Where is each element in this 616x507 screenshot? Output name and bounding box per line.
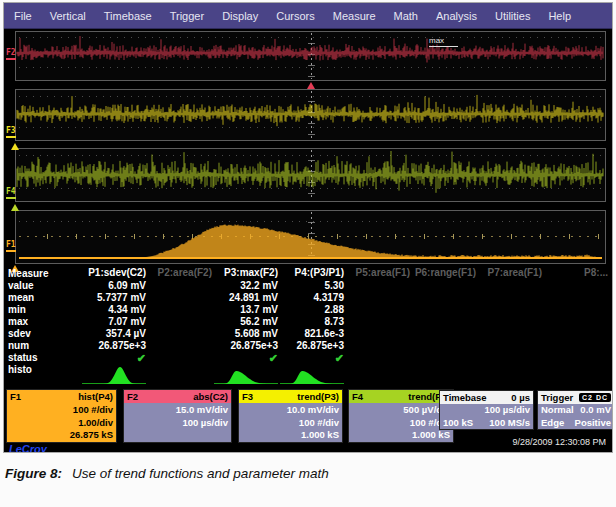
descriptor-box-f3[interactable]: F3trend(P3)10.0 mV/div100 #/div1.000 kS — [238, 389, 343, 443]
p6-sdev — [410, 328, 476, 340]
trigger-position-marker-icon[interactable] — [307, 82, 315, 89]
descriptor-settings: 500 µV/div100 #/div1.000 kS — [349, 403, 453, 442]
trace-label-f4[interactable]: F4 — [6, 188, 16, 199]
f3-waveform — [16, 90, 605, 140]
p1-histogram-sparkline — [80, 364, 146, 388]
p6-histogram-sparkline — [410, 364, 476, 388]
descriptor-settings: 15.0 mV/div100 µs/div — [124, 403, 231, 429]
p6-status-check-icon — [410, 352, 476, 364]
trigger-box[interactable]: Trigger C2 DC Normal0.0 mV EdgePositive — [537, 390, 613, 430]
p3-num: 26.875e+3 — [212, 340, 278, 352]
param-header-p2[interactable]: P2:area(F2) — [146, 267, 212, 280]
f3-level-marker-icon[interactable] — [11, 143, 19, 150]
grid-f4-trend-trace — [15, 148, 606, 202]
p8-min — [542, 304, 608, 316]
descriptor-setting-line: 1.00/div — [10, 417, 113, 430]
max-annotation: max — [429, 37, 458, 47]
descriptor-box-f1[interactable]: F1hist(P4)100 #/div1.00/div26.875 kS — [6, 389, 117, 443]
row-label-status: status — [8, 352, 80, 364]
param-header-p7[interactable]: P7:area(F1) — [476, 267, 542, 280]
menu-display[interactable]: Display — [222, 10, 258, 22]
param-header-p8[interactable]: P8:... — [542, 267, 608, 280]
p1-value: 6.09 mV — [80, 280, 146, 292]
menu-bar: FileVerticalTimebaseTriggerDisplayCursor… — [4, 3, 612, 29]
p4-histogram-sparkline — [278, 364, 344, 388]
p8-status-check-icon — [542, 352, 608, 364]
descriptor-setting-line: 100 #/div — [10, 404, 113, 417]
trigger-title: Trigger — [541, 392, 573, 403]
timebase-offset: 0 µs — [511, 392, 530, 403]
p5-histogram-sparkline — [344, 364, 410, 388]
menu-timebase[interactable]: Timebase — [104, 10, 152, 22]
oscilloscope-screenshot: FileVerticalTimebaseTriggerDisplayCursor… — [3, 2, 613, 453]
lecroy-logo: LeCroy — [9, 443, 47, 453]
param-header-p6[interactable]: P6:range(F1) — [410, 267, 476, 280]
p8-value — [542, 280, 608, 292]
p2-sdev — [146, 328, 212, 340]
p2-status-check-icon — [146, 352, 212, 364]
p3-value: 32.2 mV — [212, 280, 278, 292]
trace-label-f3[interactable]: F3 — [6, 127, 16, 138]
descriptor-setting-line: 100 #/div — [242, 417, 339, 430]
menu-utilities[interactable]: Utilities — [495, 10, 530, 22]
p8-mean — [542, 292, 608, 304]
p6-mean — [410, 292, 476, 304]
timestamp: 9/28/2009 12:30:08 PM — [512, 437, 606, 447]
p8-histogram-sparkline — [542, 364, 608, 388]
p2-mean — [146, 292, 212, 304]
p4-value: 5.30 — [278, 280, 344, 292]
timebase-rate: 100 MS/s — [489, 417, 530, 430]
p2-histogram-sparkline — [146, 364, 212, 388]
menu-help[interactable]: Help — [548, 10, 571, 22]
descriptor-setting-line: 10.0 mV/div — [242, 404, 339, 417]
descriptor-header-f3: F3trend(P3) — [239, 390, 342, 403]
channel-function: hist(P4) — [78, 391, 113, 402]
trigger-mode: Normal — [541, 404, 574, 417]
descriptor-header-f4: F4trend(P1) — [349, 390, 453, 403]
figure-caption-label: Figure 8: — [5, 466, 62, 481]
row-label-max: max — [8, 316, 80, 328]
f4-level-marker-icon[interactable] — [11, 204, 19, 211]
timebase-header: Timebase 0 µs — [440, 391, 533, 404]
p7-mean — [476, 292, 542, 304]
channel-function: trend(P3) — [297, 391, 339, 402]
p7-status-check-icon — [476, 352, 542, 364]
p1-status-check-icon: ✔ — [80, 352, 146, 364]
trigger-type: Edge — [541, 417, 564, 430]
channel-function: abs(C2) — [193, 391, 228, 402]
figure-caption: Figure 8:Use of trend functions and para… — [5, 466, 329, 481]
channel-id: F2 — [127, 391, 138, 402]
channel-id: F3 — [242, 391, 253, 402]
p6-value — [410, 280, 476, 292]
param-header-p5[interactable]: P5:area(F1) — [344, 267, 410, 280]
measure-table-title: Measure — [8, 267, 80, 280]
p7-max — [476, 316, 542, 328]
p3-mean: 24.891 mV — [212, 292, 278, 304]
row-label-num: num — [8, 340, 80, 352]
menu-math[interactable]: Math — [394, 10, 418, 22]
timebase-box[interactable]: Timebase 0 µs 100 µs/div 100 kS100 MS/s — [439, 390, 534, 430]
menu-measure[interactable]: Measure — [333, 10, 376, 22]
p4-mean: 4.3179 — [278, 292, 344, 304]
p6-max — [410, 316, 476, 328]
p7-sdev — [476, 328, 542, 340]
param-header-p1[interactable]: P1:sdev(C2) — [80, 267, 146, 280]
menu-file[interactable]: File — [14, 10, 32, 22]
descriptor-setting-line: 100 #/div — [352, 417, 450, 430]
menu-cursors[interactable]: Cursors — [276, 10, 315, 22]
param-header-p4[interactable]: P4:(P3/P1) — [278, 267, 344, 280]
menu-trigger[interactable]: Trigger — [170, 10, 204, 22]
descriptor-header-f2: F2abs(C2) — [124, 390, 231, 403]
descriptor-box-f2[interactable]: F2abs(C2)15.0 mV/div100 µs/div — [123, 389, 232, 443]
trace-label-f1[interactable]: F1 — [6, 241, 16, 252]
p7-min — [476, 304, 542, 316]
p1-max: 7.07 mV — [80, 316, 146, 328]
p3-status-check-icon: ✔ — [212, 352, 278, 364]
menu-analysis[interactable]: Analysis — [436, 10, 477, 22]
p4-num: 26.875e+3 — [278, 340, 344, 352]
trace-label-f2[interactable]: F2 — [6, 49, 16, 60]
trigger-level: 0.0 mV — [580, 404, 611, 417]
menu-vertical[interactable]: Vertical — [50, 10, 86, 22]
param-header-p3[interactable]: P3:max(F2) — [212, 267, 278, 280]
row-label-value: value — [8, 280, 80, 292]
